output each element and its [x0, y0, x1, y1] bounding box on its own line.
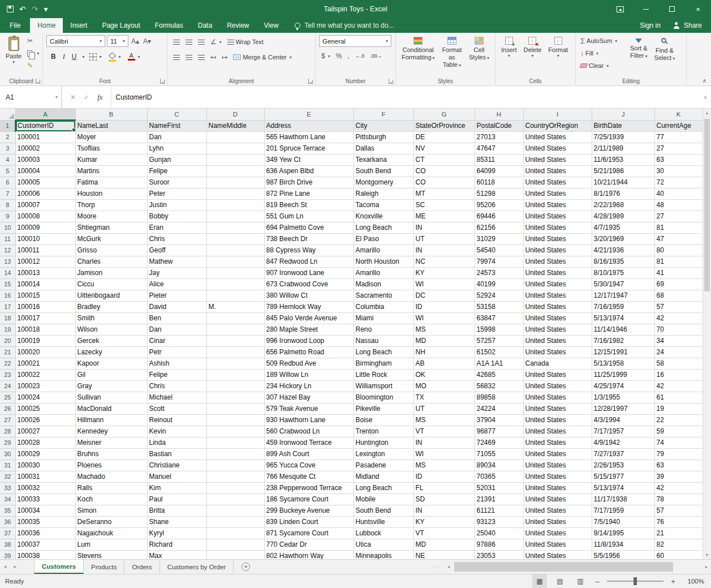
cell-D25[interactable] [206, 392, 264, 403]
cell-E21[interactable]: 656 Palmetto Road [264, 346, 354, 358]
cell-G13[interactable]: NC [413, 256, 475, 267]
cell-J29[interactable]: 4/9/1942 [592, 437, 654, 448]
page-break-view-button[interactable]: ▥ [573, 574, 588, 588]
cell-J6[interactable]: 10/21/1944 [592, 177, 654, 188]
cell-E1[interactable]: Address [264, 120, 354, 131]
font-size-combo[interactable]: 11▾ [107, 35, 128, 47]
cell-E26[interactable]: 579 Teak Avenue [264, 403, 354, 414]
cell-G11[interactable]: UT [413, 233, 475, 244]
cell-B27[interactable]: Hillmann [75, 414, 147, 426]
cell-H31[interactable]: 89034 [475, 460, 523, 471]
cell-F5[interactable]: South Bend [354, 165, 413, 177]
cell-F16[interactable]: Sacramento [354, 290, 413, 301]
cell-A26[interactable]: 100025 [15, 403, 75, 414]
cell-B22[interactable]: Kapoor [75, 358, 147, 369]
cell-F11[interactable]: El Paso [354, 233, 413, 244]
number-dialog-launcher[interactable] [389, 79, 394, 84]
cell-A34[interactable]: 100033 [15, 493, 75, 505]
cell-H5[interactable]: 64099 [475, 165, 523, 177]
cell-C14[interactable]: Jay [147, 267, 206, 278]
scroll-down-button[interactable]: ▼ [703, 551, 711, 559]
cell-I4[interactable]: United States [523, 154, 592, 165]
cell-J26[interactable]: 12/28/1997 [592, 403, 654, 414]
cell-B12[interactable]: Grisso [75, 244, 147, 256]
cell-J8[interactable]: 2/22/1968 [592, 199, 654, 211]
column-header-G[interactable]: G [413, 109, 475, 120]
cell-F12[interactable]: Amarillo [354, 244, 413, 256]
align-left-button[interactable] [171, 51, 182, 63]
cell-G26[interactable]: UT [413, 403, 475, 414]
cell-C4[interactable]: Gunjan [147, 154, 206, 165]
cell-C27[interactable]: Reinout [147, 414, 206, 426]
row-header-10[interactable]: 10 [0, 222, 15, 233]
cell-F35[interactable]: South Bend [354, 505, 413, 516]
paste-button[interactable]: Paste ▾ [2, 35, 25, 76]
cell-E37[interactable]: 871 Sycamore Court [264, 527, 354, 539]
cell-C13[interactable]: Mathew [147, 256, 206, 267]
cell-C23[interactable]: Felipe [147, 369, 206, 380]
cell-I11[interactable]: United States [523, 233, 592, 244]
cell-B32[interactable]: Machado [75, 471, 147, 482]
cell-B6[interactable]: Fatima [75, 177, 147, 188]
percent-style-button[interactable]: % [334, 50, 344, 62]
cell-F2[interactable]: Pittsburgh [354, 131, 413, 143]
orientation-button[interactable]: ∠▾ [208, 36, 224, 48]
cell-D4[interactable] [206, 154, 264, 165]
cell-D32[interactable] [206, 471, 264, 482]
cell-G23[interactable]: OK [413, 369, 475, 380]
cell-B1[interactable]: NameLast [75, 120, 147, 131]
cell-K24[interactable]: 42 [654, 380, 703, 392]
cell-E2[interactable]: 565 Hawthorn Lane [264, 131, 354, 143]
cell-H32[interactable]: 70365 [475, 471, 523, 482]
cell-J21[interactable]: 12/15/1991 [592, 346, 654, 358]
cell-C7[interactable]: Peter [147, 188, 206, 199]
bold-button[interactable]: B [49, 50, 58, 63]
cell-I17[interactable]: United States [523, 301, 592, 312]
shrink-font-button[interactable]: A▾ [142, 35, 152, 48]
cell-A17[interactable]: 100016 [15, 301, 75, 312]
row-header-39[interactable]: 39 [0, 550, 15, 559]
cell-A2[interactable]: 100001 [15, 131, 75, 143]
sheet-tab-customers[interactable]: Customers [34, 560, 84, 574]
cell-F31[interactable]: Pasadene [354, 460, 413, 471]
cell-A27[interactable]: 100026 [15, 414, 75, 426]
cell-A25[interactable]: 100024 [15, 392, 75, 403]
zoom-in-button[interactable]: + [669, 577, 677, 586]
row-header-31[interactable]: 31 [0, 460, 15, 471]
row-header-6[interactable]: 6 [0, 177, 15, 188]
horizontal-scroll-track[interactable] [453, 560, 702, 574]
cell-J2[interactable]: 7/25/1939 [592, 131, 654, 143]
cell-K34[interactable]: 78 [654, 493, 703, 505]
cell-F22[interactable]: Birmingham [354, 358, 413, 369]
cell-K9[interactable]: 27 [654, 211, 703, 222]
cell-F20[interactable]: Nassau [354, 335, 413, 346]
cell-H8[interactable]: 95206 [475, 199, 523, 211]
cell-H7[interactable]: 51298 [475, 188, 523, 199]
cell-D26[interactable] [206, 403, 264, 414]
row-header-22[interactable]: 22 [0, 358, 15, 369]
cell-J5[interactable]: 5/21/1986 [592, 165, 654, 177]
increase-indent-button[interactable]: ↦ [219, 51, 230, 63]
cell-C25[interactable]: Michael [147, 392, 206, 403]
cell-F19[interactable]: Reno [354, 324, 413, 335]
column-header-H[interactable]: H [475, 109, 523, 120]
cell-D9[interactable] [206, 211, 264, 222]
cell-D27[interactable] [206, 414, 264, 426]
cell-A16[interactable]: 100015 [15, 290, 75, 301]
cell-K6[interactable]: 72 [654, 177, 703, 188]
cell-J35[interactable]: 7/17/1959 [592, 505, 654, 516]
cell-G38[interactable]: MD [413, 539, 475, 550]
row-header-27[interactable]: 27 [0, 414, 15, 426]
cell-E4[interactable]: 349 Yew Ct [264, 154, 354, 165]
cell-F9[interactable]: Knoxville [354, 211, 413, 222]
delete-cells-button[interactable]: × Delete ▾ [520, 35, 545, 76]
cell-H16[interactable]: 52924 [475, 290, 523, 301]
fill-color-button[interactable]: ▾ [106, 50, 123, 63]
cell-J23[interactable]: 11/25/1999 [592, 369, 654, 380]
cell-D31[interactable] [206, 460, 264, 471]
cell-J19[interactable]: 11/14/1946 [592, 324, 654, 335]
cell-E12[interactable]: 88 Cypress Way [264, 244, 354, 256]
cell-A7[interactable]: 100006 [15, 188, 75, 199]
cell-B25[interactable]: Sullivan [75, 392, 147, 403]
cell-B31[interactable]: Ploenes [75, 460, 147, 471]
